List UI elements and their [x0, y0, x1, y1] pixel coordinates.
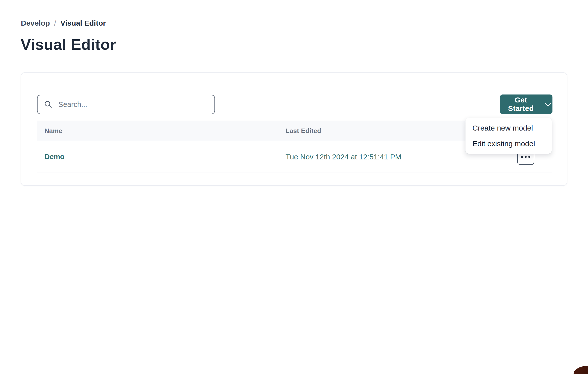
- search-input[interactable]: [58, 100, 208, 109]
- ellipsis-icon: [521, 156, 530, 158]
- get-started-button[interactable]: Get Started: [500, 94, 552, 114]
- model-last-edited-link[interactable]: Tue Nov 12th 2024 at 12:51:41 PM: [286, 153, 401, 161]
- page-title: Visual Editor: [21, 36, 116, 53]
- model-name-link[interactable]: Demo: [44, 153, 65, 161]
- menu-item-edit-existing-model[interactable]: Edit existing model: [465, 136, 552, 151]
- chevron-down-icon: [545, 100, 551, 108]
- search-icon: [44, 100, 52, 109]
- corner-red-shape: [574, 366, 588, 374]
- column-header-name: Name: [37, 127, 286, 135]
- breadcrumb-separator: /: [54, 19, 56, 27]
- visual-editor-page: Develop / Visual Editor Visual Editor Ge…: [0, 0, 588, 374]
- get-started-label: Get Started: [502, 96, 540, 113]
- breadcrumb-visual-editor: Visual Editor: [60, 19, 106, 27]
- breadcrumb: Develop / Visual Editor: [21, 19, 106, 27]
- get-started-menu: Create new model Edit existing model: [465, 118, 552, 154]
- breadcrumb-develop[interactable]: Develop: [21, 19, 50, 27]
- menu-item-create-new-model[interactable]: Create new model: [465, 120, 552, 136]
- search-box[interactable]: [37, 95, 215, 114]
